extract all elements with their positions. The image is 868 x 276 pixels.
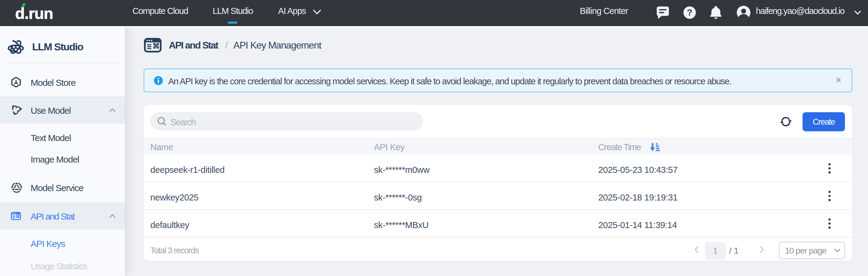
svg-text:?: ? xyxy=(687,7,692,17)
